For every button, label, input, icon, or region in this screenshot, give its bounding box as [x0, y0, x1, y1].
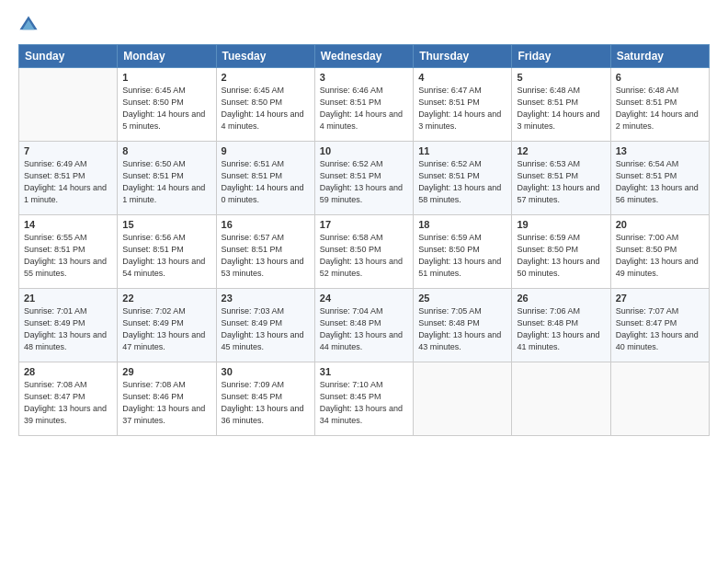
day-number: 2 — [222, 72, 310, 83]
day-info: Sunrise: 6:55 AMSunset: 8:51 PMDaylight:… — [24, 232, 112, 280]
week-row-1: 1 Sunrise: 6:45 AMSunset: 8:50 PMDayligh… — [19, 68, 710, 142]
day-info: Sunrise: 6:46 AMSunset: 8:51 PMDaylight:… — [320, 85, 408, 132]
day-cell: 13 Sunrise: 6:54 AMSunset: 8:51 PMDaylig… — [610, 142, 709, 215]
day-number: 19 — [517, 219, 605, 230]
day-cell: 25 Sunrise: 7:05 AMSunset: 8:48 PMDaylig… — [414, 289, 512, 362]
day-number: 17 — [320, 219, 408, 230]
day-info: Sunrise: 7:08 AMSunset: 8:47 PMDaylight:… — [24, 379, 112, 427]
day-number: 8 — [122, 145, 210, 156]
day-cell: 11 Sunrise: 6:52 AMSunset: 8:51 PMDaylig… — [414, 142, 512, 215]
day-number: 28 — [24, 366, 112, 377]
day-cell: 15 Sunrise: 6:56 AMSunset: 8:51 PMDaylig… — [118, 215, 216, 289]
day-info: Sunrise: 6:59 AMSunset: 8:50 PMDaylight:… — [517, 232, 605, 280]
day-info: Sunrise: 6:52 AMSunset: 8:51 PMDaylight:… — [320, 158, 408, 206]
day-info: Sunrise: 6:48 AMSunset: 8:51 PMDaylight:… — [517, 85, 605, 132]
day-cell: 28 Sunrise: 7:08 AMSunset: 8:47 PMDaylig… — [19, 362, 118, 436]
day-number: 9 — [222, 145, 310, 156]
day-info: Sunrise: 6:45 AMSunset: 8:50 PMDaylight:… — [222, 85, 310, 132]
day-info: Sunrise: 6:45 AMSunset: 8:50 PMDaylight:… — [122, 85, 210, 132]
day-number: 27 — [616, 293, 704, 304]
day-cell: 17 Sunrise: 6:58 AMSunset: 8:50 PMDaylig… — [314, 215, 413, 289]
day-info: Sunrise: 6:53 AMSunset: 8:51 PMDaylight:… — [517, 158, 605, 206]
day-number: 16 — [222, 219, 310, 230]
day-cell: 5 Sunrise: 6:48 AMSunset: 8:51 PMDayligh… — [512, 68, 610, 142]
day-cell: 23 Sunrise: 7:03 AMSunset: 8:49 PMDaylig… — [216, 289, 314, 362]
day-number: 23 — [222, 293, 310, 304]
day-info: Sunrise: 7:10 AMSunset: 8:45 PMDaylight:… — [320, 379, 408, 427]
day-info: Sunrise: 7:09 AMSunset: 8:45 PMDaylight:… — [222, 379, 310, 427]
day-cell: 19 Sunrise: 6:59 AMSunset: 8:50 PMDaylig… — [512, 215, 610, 289]
day-cell: 9 Sunrise: 6:51 AMSunset: 8:51 PMDayligh… — [216, 142, 314, 215]
day-info: Sunrise: 6:58 AMSunset: 8:50 PMDaylight:… — [320, 232, 408, 280]
day-cell: 2 Sunrise: 6:45 AMSunset: 8:50 PMDayligh… — [216, 68, 314, 142]
day-info: Sunrise: 6:54 AMSunset: 8:51 PMDaylight:… — [616, 158, 704, 206]
header-cell-friday: Friday — [512, 45, 610, 68]
day-info: Sunrise: 7:06 AMSunset: 8:48 PMDaylight:… — [517, 305, 605, 353]
day-info: Sunrise: 7:02 AMSunset: 8:49 PMDaylight:… — [122, 305, 210, 353]
day-number: 30 — [222, 366, 310, 377]
day-cell — [19, 68, 118, 142]
day-number: 18 — [418, 219, 506, 230]
day-cell: 30 Sunrise: 7:09 AMSunset: 8:45 PMDaylig… — [216, 362, 314, 436]
day-number: 29 — [122, 366, 210, 377]
day-number: 26 — [517, 293, 605, 304]
week-row-2: 7 Sunrise: 6:49 AMSunset: 8:51 PMDayligh… — [19, 142, 710, 215]
day-number: 7 — [24, 145, 112, 156]
week-row-5: 28 Sunrise: 7:08 AMSunset: 8:47 PMDaylig… — [19, 362, 710, 436]
day-number: 5 — [517, 72, 605, 83]
day-cell — [512, 362, 610, 436]
day-cell: 8 Sunrise: 6:50 AMSunset: 8:51 PMDayligh… — [118, 142, 216, 215]
logo-icon — [18, 15, 39, 35]
day-cell: 12 Sunrise: 6:53 AMSunset: 8:51 PMDaylig… — [512, 142, 610, 215]
day-number: 11 — [418, 145, 506, 156]
day-cell: 16 Sunrise: 6:57 AMSunset: 8:51 PMDaylig… — [216, 215, 314, 289]
day-info: Sunrise: 6:48 AMSunset: 8:51 PMDaylight:… — [616, 85, 704, 132]
day-number: 25 — [418, 293, 506, 304]
header-cell-tuesday: Tuesday — [216, 45, 314, 68]
logo — [18, 15, 42, 35]
day-number: 1 — [122, 72, 210, 83]
day-number: 14 — [24, 219, 112, 230]
day-number: 10 — [320, 145, 408, 156]
header-cell-saturday: Saturday — [610, 45, 709, 68]
day-info: Sunrise: 7:03 AMSunset: 8:49 PMDaylight:… — [222, 305, 310, 353]
day-number: 4 — [418, 72, 506, 83]
day-cell: 1 Sunrise: 6:45 AMSunset: 8:50 PMDayligh… — [118, 68, 216, 142]
day-cell: 22 Sunrise: 7:02 AMSunset: 8:49 PMDaylig… — [118, 289, 216, 362]
day-info: Sunrise: 7:08 AMSunset: 8:46 PMDaylight:… — [122, 379, 210, 427]
week-row-3: 14 Sunrise: 6:55 AMSunset: 8:51 PMDaylig… — [19, 215, 710, 289]
day-cell: 27 Sunrise: 7:07 AMSunset: 8:47 PMDaylig… — [610, 289, 709, 362]
day-number: 6 — [616, 72, 704, 83]
day-cell: 20 Sunrise: 7:00 AMSunset: 8:50 PMDaylig… — [610, 215, 709, 289]
day-cell: 26 Sunrise: 7:06 AMSunset: 8:48 PMDaylig… — [512, 289, 610, 362]
day-cell: 4 Sunrise: 6:47 AMSunset: 8:51 PMDayligh… — [414, 68, 512, 142]
day-info: Sunrise: 7:07 AMSunset: 8:47 PMDaylight:… — [616, 305, 704, 353]
day-number: 15 — [122, 219, 210, 230]
day-number: 31 — [320, 366, 408, 377]
day-info: Sunrise: 6:47 AMSunset: 8:51 PMDaylight:… — [418, 85, 506, 132]
day-info: Sunrise: 6:50 AMSunset: 8:51 PMDaylight:… — [122, 158, 210, 206]
day-info: Sunrise: 6:57 AMSunset: 8:51 PMDaylight:… — [222, 232, 310, 280]
day-number: 21 — [24, 293, 112, 304]
day-cell: 3 Sunrise: 6:46 AMSunset: 8:51 PMDayligh… — [314, 68, 413, 142]
day-info: Sunrise: 6:51 AMSunset: 8:51 PMDaylight:… — [222, 158, 310, 206]
day-cell: 6 Sunrise: 6:48 AMSunset: 8:51 PMDayligh… — [610, 68, 709, 142]
day-number: 13 — [616, 145, 704, 156]
day-cell: 31 Sunrise: 7:10 AMSunset: 8:45 PMDaylig… — [314, 362, 413, 436]
day-cell — [414, 362, 512, 436]
day-info: Sunrise: 7:01 AMSunset: 8:49 PMDaylight:… — [24, 305, 112, 353]
header-cell-sunday: Sunday — [19, 45, 118, 68]
header-row: SundayMondayTuesdayWednesdayThursdayFrid… — [19, 45, 710, 68]
calendar-table: SundayMondayTuesdayWednesdayThursdayFrid… — [18, 44, 710, 436]
day-number: 24 — [320, 293, 408, 304]
day-cell: 10 Sunrise: 6:52 AMSunset: 8:51 PMDaylig… — [314, 142, 413, 215]
day-info: Sunrise: 6:59 AMSunset: 8:50 PMDaylight:… — [418, 232, 506, 280]
header-cell-thursday: Thursday — [414, 45, 512, 68]
page: SundayMondayTuesdayWednesdayThursdayFrid… — [0, 0, 728, 445]
header-cell-wednesday: Wednesday — [314, 45, 413, 68]
day-info: Sunrise: 6:56 AMSunset: 8:51 PMDaylight:… — [122, 232, 210, 280]
header-cell-monday: Monday — [118, 45, 216, 68]
day-cell: 18 Sunrise: 6:59 AMSunset: 8:50 PMDaylig… — [414, 215, 512, 289]
week-row-4: 21 Sunrise: 7:01 AMSunset: 8:49 PMDaylig… — [19, 289, 710, 362]
day-cell: 24 Sunrise: 7:04 AMSunset: 8:48 PMDaylig… — [314, 289, 413, 362]
